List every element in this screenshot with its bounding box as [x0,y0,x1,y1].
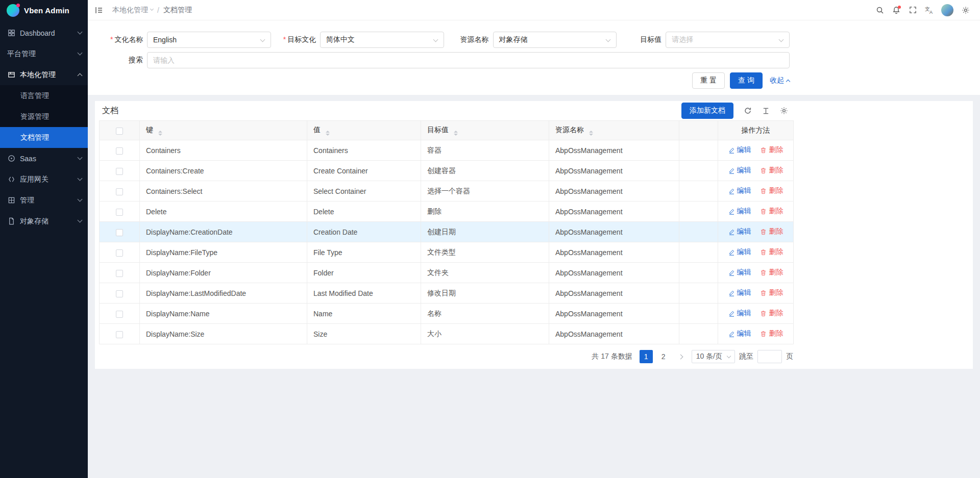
search-icon[interactable] [872,0,888,20]
row-checkbox[interactable] [116,229,123,236]
breadcrumb-item-localization[interactable]: 本地化管理 [112,6,153,15]
sidebar-item-storage[interactable]: 对象存储 [0,211,88,232]
sidebar-item-gateway[interactable]: 应用网关 [0,169,88,190]
edit-button[interactable]: 编辑 [728,268,751,277]
edit-button[interactable]: 编辑 [728,227,751,236]
row-checkbox[interactable] [116,147,123,155]
page-button-1[interactable]: 1 [640,350,653,363]
sidebar-subitem-language[interactable]: 语言管理 [0,85,88,106]
chevron-down-icon [150,7,154,11]
settings-gear-icon[interactable] [958,0,974,20]
sort-icons[interactable] [454,131,458,136]
edit-button[interactable]: 编辑 [728,166,751,175]
chevron-down-icon [78,197,83,202]
delete-button[interactable]: 删除 [760,207,783,216]
cell-value: Create Container [307,161,421,181]
row-checkbox[interactable] [116,290,123,297]
search-input[interactable] [147,52,790,68]
user-avatar[interactable] [941,4,953,16]
chevron-down-icon [78,51,83,56]
app-logo[interactable]: Vben Admin [0,0,88,20]
column-header-resource[interactable]: 资源名称 [549,121,679,140]
edit-button[interactable]: 编辑 [728,329,751,338]
delete-button[interactable]: 删除 [760,227,783,236]
delete-button[interactable]: 删除 [760,329,783,338]
table-row[interactable]: DisplayName:LastModifiedDate Last Modifi… [100,283,794,304]
edit-button[interactable]: 编辑 [728,145,751,155]
select-all-checkbox[interactable] [116,128,123,135]
delete-button[interactable]: 删除 [760,145,783,155]
delete-button[interactable]: 删除 [760,186,783,195]
column-header-target[interactable]: 目标值 [421,121,549,140]
document-table-card: 文档 添加新文档 [95,101,973,369]
row-height-icon[interactable] [762,107,770,115]
cell-value: Last Modified Date [307,283,421,304]
row-checkbox[interactable] [116,168,123,175]
delete-button[interactable]: 删除 [760,268,783,277]
delete-button[interactable]: 删除 [760,309,783,318]
notification-bell-icon[interactable] [888,0,904,20]
svg-text:A: A [929,10,933,14]
translate-icon[interactable]: 文A [921,0,937,20]
menu-collapse-icon[interactable] [91,0,107,20]
next-page-button[interactable] [674,350,688,363]
column-header-value[interactable]: 值 [307,121,421,140]
sidebar-item-saas[interactable]: Saas [0,148,88,169]
table-row[interactable]: Delete Delete 删除 AbpOssManagement 编辑 删除 [100,202,794,222]
collapse-toggle[interactable]: 收起 [770,76,790,85]
resource-name-select[interactable]: 对象存储 [493,32,617,48]
select-all-checkbox-cell[interactable] [100,121,140,140]
table-row[interactable]: Containers:Create Create Container 创建容器 … [100,161,794,181]
table-row[interactable]: DisplayName:Name Name 名称 AbpOssManagemen… [100,304,794,324]
sidebar-item-platform[interactable]: 平台管理 [0,43,88,64]
refresh-icon[interactable] [744,107,752,115]
sort-icons[interactable] [589,131,593,136]
edit-button[interactable]: 编辑 [728,207,751,216]
delete-button[interactable]: 删除 [760,166,783,175]
table-row[interactable]: DisplayName:CreationDate Creation Date 创… [100,222,794,242]
table-row[interactable]: DisplayName:Size Size 大小 AbpOssManagemen… [100,324,794,344]
sidebar-item-dashboard[interactable]: Dashboard [0,22,88,43]
row-checkbox[interactable] [116,209,123,216]
edit-button[interactable]: 编辑 [728,247,751,257]
target-value-select[interactable]: 请选择 [666,32,790,48]
sort-icons[interactable] [326,131,330,136]
table-row[interactable]: DisplayName:Folder Folder 文件夹 AbpOssMana… [100,263,794,283]
sidebar-item-localization[interactable]: 本地化管理 [0,64,88,85]
cell-target-value: 大小 [421,324,549,344]
sidebar-subitem-document[interactable]: 文档管理 [0,127,88,148]
target-culture-select[interactable]: 简体中文 [320,32,444,48]
row-checkbox-cell [100,283,140,304]
add-document-button[interactable]: 添加新文档 [681,103,733,119]
sort-icons[interactable] [158,131,162,136]
query-button[interactable]: 查 询 [730,72,763,89]
row-checkbox[interactable] [116,249,123,257]
app-title: Vben Admin [24,6,69,15]
edit-button[interactable]: 编辑 [728,309,751,318]
cell-actions: 编辑 删除 [718,222,794,242]
jump-page-input[interactable] [757,350,782,363]
edit-button[interactable]: 编辑 [728,186,751,195]
edit-button[interactable]: 编辑 [728,288,751,297]
row-checkbox[interactable] [116,311,123,318]
cell-empty [679,140,718,161]
page-button-2[interactable]: 2 [657,350,670,363]
reset-button[interactable]: 重 置 [692,72,725,89]
delete-button[interactable]: 删除 [760,247,783,257]
table-row[interactable]: Containers Containers 容器 AbpOssManagemen… [100,140,794,161]
storage-icon [7,217,15,225]
delete-button[interactable]: 删除 [760,288,783,297]
column-settings-gear-icon[interactable] [780,107,788,115]
page-size-select[interactable]: 10 条/页 [692,350,735,363]
row-checkbox[interactable] [116,188,123,195]
sidebar-subitem-resource[interactable]: 资源管理 [0,106,88,127]
row-checkbox[interactable] [116,270,123,277]
row-checkbox[interactable] [116,331,123,338]
row-checkbox-cell [100,263,140,283]
culture-name-select[interactable]: English [147,32,271,48]
table-row[interactable]: DisplayName:FileType File Type 文件类型 AbpO… [100,242,794,263]
sidebar-item-management[interactable]: 管理 [0,190,88,211]
column-header-key[interactable]: 键 [140,121,307,140]
table-row[interactable]: Containers:Select Select Container 选择一个容… [100,181,794,202]
fullscreen-icon[interactable] [904,0,921,20]
